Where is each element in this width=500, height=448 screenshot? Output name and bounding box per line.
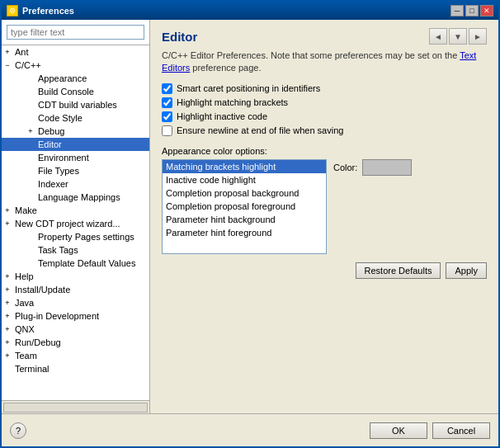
tree-item-proppages[interactable]: Property Pages settings [2, 230, 149, 243]
tree-label-plugindev: Plug-in Development [13, 310, 101, 322]
tree-label-proppages: Property Pages settings [36, 231, 136, 243]
tree-item-terminal[interactable]: Terminal [2, 362, 149, 375]
expand-newcdt[interactable]: + [2, 218, 13, 229]
tree-item-buildconsole[interactable]: Build Console [2, 85, 149, 98]
tree-item-rundebug[interactable]: + Run/Debug [2, 336, 149, 349]
horizontal-scrollbar[interactable] [3, 403, 148, 413]
smart-caret-checkbox[interactable] [162, 83, 172, 94]
forward-button[interactable]: ► [469, 28, 487, 45]
tree-item-help[interactable]: + Help [2, 270, 149, 283]
tree-item-ant[interactable]: + Ant [2, 45, 149, 59]
tree-item-debug[interactable]: + Debug [2, 125, 149, 138]
expand-environment [25, 152, 36, 163]
tree-item-plugindev[interactable]: + Plug-in Development [2, 309, 149, 323]
list-item-param-hint-bg[interactable]: Parameter hint background [163, 213, 326, 226]
tree-label-appearance: Appearance [36, 73, 88, 84]
list-item-param-hint-fg[interactable]: Parameter hint foreground [163, 226, 326, 239]
expand-templatevals [25, 257, 36, 269]
title-bar-left: ⚙ Preferences [7, 5, 74, 17]
tree-label-indexer: Indexer [36, 178, 70, 190]
highlight-brackets-label: Highlight matching brackets [177, 97, 288, 107]
tree-label-newcdt: New CDT project wizard... [13, 218, 122, 229]
tree-item-environment[interactable]: Environment [2, 151, 149, 164]
maximize-button[interactable]: □ [465, 5, 479, 17]
expand-help[interactable]: + [2, 271, 13, 282]
minimize-button[interactable]: ─ [450, 5, 464, 17]
tree-item-editor[interactable]: Editor [2, 138, 149, 151]
ok-button[interactable]: OK [370, 422, 427, 439]
apply-button[interactable]: Apply [446, 262, 487, 279]
smart-caret-label: Smart caret positioning in identifiers [177, 83, 320, 93]
help-button[interactable]: ? [10, 422, 26, 439]
tree-item-team[interactable]: + Team [2, 349, 149, 362]
tree-label-cdtvars: CDT build variables [36, 99, 119, 111]
tree-label-team: Team [13, 350, 39, 361]
color-options-list[interactable]: Matching brackets highlight Inactive cod… [162, 159, 327, 254]
nav-dropdown-button[interactable]: ▼ [449, 28, 467, 45]
expand-indexer [25, 178, 36, 190]
color-swatch-button[interactable] [362, 159, 412, 176]
expand-rundebug[interactable]: + [2, 337, 13, 348]
expand-cpp[interactable]: − [2, 59, 13, 71]
highlight-brackets-checkbox[interactable] [162, 97, 172, 108]
expand-qnx[interactable]: + [2, 323, 13, 335]
restore-defaults-button[interactable]: Restore Defaults [356, 262, 441, 279]
color-label: Color: [333, 163, 357, 172]
back-button[interactable]: ◄ [429, 28, 447, 45]
list-item-completion-fg[interactable]: Completion proposal foreground [163, 200, 326, 213]
tree-item-templatevals[interactable]: Template Default Values [2, 257, 149, 270]
expand-team[interactable]: + [2, 350, 13, 361]
tree-item-cpp[interactable]: − C/C++ [2, 59, 149, 72]
expand-ant[interactable]: + [2, 46, 13, 58]
title-buttons: ─ □ ✕ [450, 5, 493, 17]
main-content: + Ant − C/C++ Appearance Build Console [2, 20, 498, 413]
tree-item-codestyle[interactable]: Code Style [2, 111, 149, 125]
filter-box [2, 20, 149, 45]
ensure-newline-checkbox[interactable] [162, 125, 172, 136]
tree-item-make[interactable]: + Make [2, 204, 149, 217]
tree-item-filetypes[interactable]: File Types [2, 164, 149, 177]
tree-item-installupdate[interactable]: + Install/Update [2, 283, 149, 296]
tree-item-langmappings[interactable]: Language Mappings [2, 191, 149, 204]
list-item-inactive-code[interactable]: Inactive code highlight [163, 173, 326, 186]
expand-debug[interactable]: + [25, 125, 36, 137]
window-icon: ⚙ [7, 5, 18, 17]
tree-item-appearance[interactable]: Appearance [2, 72, 149, 85]
expand-appearance [25, 73, 36, 84]
nav-buttons: ◄ ▼ ► [429, 28, 487, 45]
expand-make[interactable]: + [2, 205, 13, 216]
highlight-inactive-checkbox[interactable] [162, 111, 172, 122]
ensure-newline-label: Ensure newline at end of file when savin… [177, 125, 343, 135]
horizontal-scrollbar-area [2, 400, 149, 413]
tree-item-newcdt[interactable]: + New CDT project wizard... [2, 217, 149, 230]
tree-label-codestyle: Code Style [36, 112, 84, 124]
desc-text-2: preference page. [190, 63, 261, 73]
checkbox-highlight-brackets-row: Highlight matching brackets [162, 97, 487, 108]
expand-tasktags [25, 244, 36, 256]
appearance-label: Appearance color options: [162, 146, 487, 156]
filter-input[interactable] [7, 25, 144, 40]
expand-cdtvars [25, 99, 36, 111]
tree-item-indexer[interactable]: Indexer [2, 177, 149, 191]
expand-codestyle [25, 112, 36, 124]
panel-title: Editor [162, 30, 197, 44]
color-controls: Color: [333, 159, 412, 176]
tree-item-cdtvars[interactable]: CDT build variables [2, 98, 149, 111]
tree-item-java[interactable]: + Java [2, 296, 149, 309]
tree-label-cpp: C/C++ [13, 59, 43, 71]
close-button[interactable]: ✕ [480, 5, 493, 17]
tree-label-make: Make [13, 205, 39, 216]
list-item-completion-bg[interactable]: Completion proposal background [163, 186, 326, 200]
expand-java[interactable]: + [2, 297, 13, 309]
expand-buildconsole [25, 86, 36, 97]
tree-label-java: Java [13, 297, 35, 309]
list-item-matching-brackets[interactable]: Matching brackets highlight [163, 160, 326, 173]
tree-item-qnx[interactable]: + QNX [2, 323, 149, 336]
expand-plugindev[interactable]: + [2, 310, 13, 322]
window-title: Preferences [22, 6, 74, 16]
title-bar: ⚙ Preferences ─ □ ✕ [2, 2, 498, 20]
tree-item-tasktags[interactable]: Task Tags [2, 243, 149, 257]
cancel-button[interactable]: Cancel [432, 422, 490, 439]
expand-installupdate[interactable]: + [2, 284, 13, 295]
left-panel: + Ant − C/C++ Appearance Build Console [2, 20, 150, 413]
